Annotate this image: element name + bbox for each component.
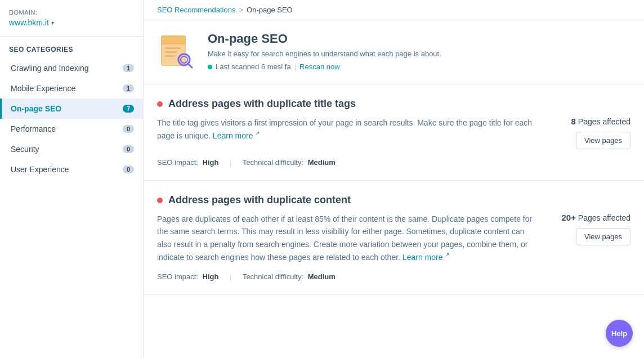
seo-impact-value-1: High (203, 158, 219, 167)
page-header-text: On-page SEO Make it easy for search engi… (208, 32, 441, 71)
sidebar-item-crawling-indexing[interactable]: Crawling and Indexing 1 (0, 58, 143, 78)
breadcrumb-separator: > (239, 6, 243, 14)
view-pages-button-2[interactable]: View pages (576, 228, 630, 245)
view-pages-button-1[interactable]: View pages (576, 132, 630, 149)
sidebar-item-mobile-experience[interactable]: Mobile Experience 1 (0, 78, 143, 99)
pages-affected-label-1: Pages affected (578, 117, 630, 126)
sidebar-item-badge: 7 (123, 105, 134, 113)
sidebar-item-performance[interactable]: Performance 0 (0, 119, 143, 139)
sidebar-section-title: SEO Categories (0, 37, 143, 58)
page-icon (157, 32, 196, 73)
sidebar-item-label: Crawling and Indexing (11, 64, 89, 73)
external-link-icon-1: ↗ (255, 130, 260, 136)
tech-difficulty-value-2: Medium (308, 272, 336, 281)
rec-header-2: Address pages with duplicate content (157, 194, 630, 206)
sidebar-item-security[interactable]: Security 0 (0, 139, 143, 159)
rec-header-1: Address pages with duplicate title tags (157, 98, 630, 110)
recommendation-item-2: Address pages with duplicate content Pag… (144, 181, 644, 295)
rec-title-1: Address pages with duplicate title tags (168, 98, 356, 110)
learn-more-link-1[interactable]: Learn more (213, 131, 253, 140)
breadcrumb-link[interactable]: SEO Recommendations (157, 6, 235, 14)
breadcrumb-current: On-page SEO (247, 6, 293, 14)
seo-impact-label-1: SEO impact: (157, 158, 198, 167)
svg-rect-4 (165, 55, 175, 57)
footer-sep-1: | (230, 158, 231, 167)
help-button[interactable]: Help (606, 320, 633, 347)
sidebar-item-badge: 0 (123, 125, 134, 133)
chevron-down-icon: ▾ (51, 20, 54, 26)
pages-affected-count-2: 20+ (562, 213, 576, 222)
pages-affected-count-1: 8 (571, 117, 576, 126)
footer-sep-2: | (230, 272, 231, 281)
pipe-separator: | (294, 62, 296, 71)
learn-more-link-2[interactable]: Learn more (402, 253, 443, 262)
recommendations-list: Address pages with duplicate title tags … (144, 84, 644, 295)
recommendation-item-1: Address pages with duplicate title tags … (144, 84, 644, 181)
pages-affected-label-2: Pages affected (578, 213, 630, 222)
rec-dot-2 (157, 198, 163, 203)
domain-section: Domain: www.bkm.it ▾ (0, 9, 143, 37)
page-header: On-page SEO Make it easy for search engi… (144, 20, 644, 84)
sidebar-item-label: Performance (11, 124, 56, 133)
svg-rect-2 (165, 47, 181, 49)
svg-line-7 (188, 64, 192, 68)
sidebar-item-badge: 1 (123, 64, 134, 72)
page-subtitle: Make it easy for search engines to under… (208, 50, 441, 58)
seo-impact-value-2: High (203, 272, 219, 281)
tech-difficulty-value-1: Medium (308, 158, 336, 167)
svg-rect-1 (162, 36, 185, 44)
scan-status-text: Last scanned 6 mesi fa (216, 62, 291, 71)
pages-affected-2: 20+ Pages affected (562, 213, 631, 222)
rec-aside-2: 20+ Pages affected View pages (552, 213, 630, 245)
sidebar: Domain: www.bkm.it ▾ SEO Categories Craw… (0, 0, 144, 358)
rec-body-1: The title tag gives visitors a first imp… (157, 117, 630, 149)
sidebar-item-badge: 0 (123, 145, 134, 153)
rec-description-1: The title tag gives visitors a first imp… (157, 117, 538, 142)
breadcrumb: SEO Recommendations > On-page SEO (144, 0, 644, 20)
rec-title-2: Address pages with duplicate content (168, 194, 351, 206)
sidebar-item-label: User Experience (11, 165, 69, 174)
sidebar-item-label: On-page SEO (11, 104, 61, 113)
rec-aside-1: 8 Pages affected View pages (552, 117, 630, 149)
sidebar-item-badge: 1 (123, 84, 134, 92)
rec-description-2: Pages are duplicates of each other if at… (157, 213, 538, 263)
sidebar-item-onpage-seo[interactable]: On-page SEO 7 (0, 99, 143, 119)
main-content: SEO Recommendations > On-page SEO On-pag… (144, 0, 644, 358)
scan-status-dot (208, 65, 212, 69)
sidebar-item-user-experience[interactable]: User Experience 0 (0, 159, 143, 180)
rec-footer-1: SEO impact: High | Technical difficulty:… (157, 158, 630, 167)
domain-value[interactable]: www.bkm.it ▾ (9, 18, 134, 27)
external-link-icon-2: ↗ (445, 252, 449, 258)
tech-difficulty-label-1: Technical difficulty: (243, 158, 303, 167)
rec-body-2: Pages are duplicates of each other if at… (157, 213, 630, 263)
sidebar-item-label: Security (11, 145, 39, 154)
sidebar-item-badge: 0 (123, 165, 134, 173)
domain-label: Domain: (9, 9, 134, 16)
seo-impact-label-2: SEO impact: (157, 272, 198, 281)
pages-affected-1: 8 Pages affected (571, 117, 630, 126)
rescan-link[interactable]: Rescan now (299, 62, 340, 71)
rec-footer-2: SEO impact: High | Technical difficulty:… (157, 272, 630, 281)
page-title: On-page SEO (208, 32, 441, 46)
sidebar-item-label: Mobile Experience (11, 84, 75, 93)
scan-status: Last scanned 6 mesi fa | Rescan now (208, 62, 441, 71)
svg-rect-3 (165, 51, 177, 53)
rec-dot-1 (157, 101, 163, 107)
tech-difficulty-label-2: Technical difficulty: (243, 272, 303, 281)
